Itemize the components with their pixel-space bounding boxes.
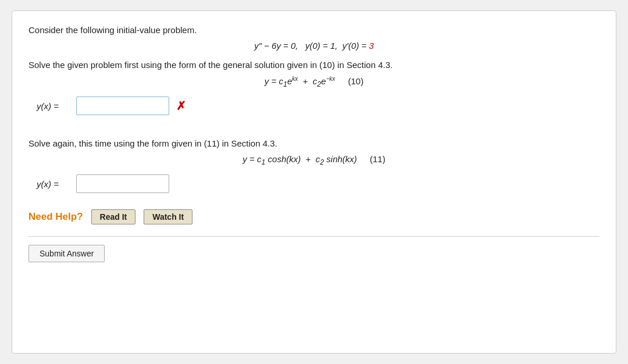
read-it-button[interactable]: Read It — [91, 209, 136, 224]
solve-text-2: Solve again, this time using the form gi… — [28, 138, 600, 148]
answer-row-2: y(x) = — [37, 174, 600, 193]
problem-card: Consider the following initial-value pro… — [12, 10, 616, 354]
need-help-label: Need Help? — [28, 211, 83, 223]
divider — [28, 236, 600, 237]
formula-11: y = c1 cosh(kx) + c2 sinh(kx) (11) — [28, 154, 600, 166]
answer-input-2[interactable] — [76, 174, 169, 193]
answer-label-1: y(x) = — [37, 101, 72, 111]
solve-text-1: Solve the given problem first using the … — [28, 60, 600, 70]
submit-answer-button[interactable]: Submit Answer — [28, 245, 105, 262]
intro-text: Consider the following initial-value pro… — [28, 25, 600, 35]
eq-number-11: (11) — [370, 154, 386, 164]
watch-it-button[interactable]: Watch It — [144, 209, 192, 224]
formula-10: y = c1ekx + c2e−kx (10) — [28, 76, 600, 88]
answer-label-2: y(x) = — [37, 179, 72, 189]
incorrect-mark-1: ✗ — [176, 99, 186, 113]
ivp-equation: y″ − 6y = 0, y(0) = 1, y′(0) = 3 — [28, 41, 600, 51]
answer-input-1[interactable] — [76, 97, 169, 115]
need-help-row: Need Help? Read It Watch It — [28, 209, 600, 224]
eq-number-10: (10) — [348, 76, 363, 86]
answer-row-1: y(x) = ✗ — [37, 97, 600, 115]
